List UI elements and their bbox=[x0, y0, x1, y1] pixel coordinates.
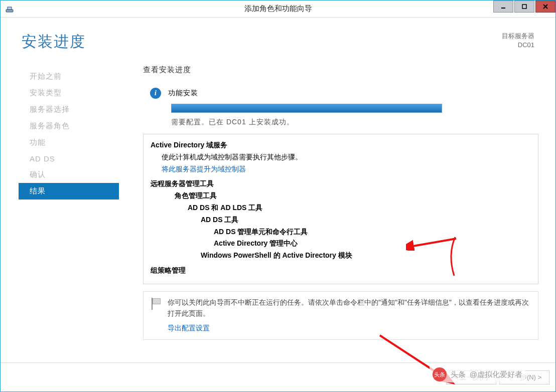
watermark: 头条 头条 @虚拟化爱好者 bbox=[430, 366, 525, 382]
install-status-row: i 功能安装 bbox=[143, 88, 538, 99]
progress-bar bbox=[171, 104, 442, 113]
step-server-selection: 服务器选择 bbox=[19, 101, 119, 118]
export-settings-link[interactable]: 导出配置设置 bbox=[168, 322, 210, 333]
result-adds-snapins: AD DS 管理单元和命令行工具 bbox=[151, 226, 531, 238]
maximize-button[interactable] bbox=[514, 1, 534, 13]
footer: < 上一步(P) 下一步(N) > 关闭 取消 头条 头条 @虚拟化爱好者 bbox=[1, 362, 555, 391]
close-button[interactable] bbox=[535, 1, 555, 13]
result-adds-lds-tools: AD DS 和 AD LDS 工具 bbox=[151, 202, 531, 214]
target-name: DC01 bbox=[502, 41, 534, 50]
target-server-info: 目标服务器 DC01 bbox=[502, 32, 534, 50]
result-adds-tools: AD DS 工具 bbox=[151, 214, 531, 226]
step-confirm: 确认 bbox=[19, 166, 119, 183]
promote-dc-link[interactable]: 将此服务器提升为域控制器 bbox=[162, 165, 246, 173]
wizard-steps-sidebar: 开始之前 安装类型 服务器选择 服务器角色 功能 AD DS 确认 结果 bbox=[19, 65, 119, 362]
result-adds-title: Active Directory 域服务 bbox=[151, 139, 531, 151]
watermark-author: @虚拟化爱好者 bbox=[470, 370, 522, 379]
watermark-prefix: 头条 bbox=[451, 370, 466, 379]
svg-rect-3 bbox=[522, 5, 526, 9]
install-label: 功能安装 bbox=[168, 89, 198, 98]
window-controls bbox=[493, 1, 555, 15]
page-title: 安装进度 bbox=[22, 32, 86, 52]
body: 开始之前 安装类型 服务器选择 服务器角色 功能 AD DS 确认 结果 查看安… bbox=[1, 55, 555, 362]
progress-wrap bbox=[143, 99, 538, 118]
install-status-text: 需要配置。已在 DC01 上安装成功。 bbox=[143, 118, 538, 127]
step-server-roles: 服务器角色 bbox=[19, 118, 119, 134]
note-box: 你可以关闭此向导而不中断正在运行的任务。请依次单击命令栏中的"通知"和"任务详细… bbox=[143, 291, 538, 340]
note-content: 你可以关闭此向导而不中断正在运行的任务。请依次单击命令栏中的"通知"和"任务详细… bbox=[168, 297, 531, 333]
result-gpm: 组策略管理 bbox=[151, 265, 531, 277]
header: 安装进度 目标服务器 DC01 bbox=[1, 18, 555, 55]
content-pane: 查看安装进度 i 功能安装 需要配置。已在 DC01 上安装成功。 Active… bbox=[119, 65, 545, 362]
step-adds: AD DS bbox=[19, 151, 119, 166]
titlebar: 添加角色和功能向导 bbox=[1, 1, 555, 18]
window-title: 添加角色和功能向导 bbox=[1, 4, 555, 14]
result-ps-module: Windows PowerShell 的 Active Directory 模块 bbox=[151, 250, 531, 262]
svg-rect-0 bbox=[6, 10, 13, 12]
step-features: 功能 bbox=[19, 134, 119, 151]
app-icon bbox=[6, 5, 14, 13]
results-box: Active Directory 域服务 使此计算机成为域控制器需要执行其他步骤… bbox=[143, 134, 538, 284]
wizard-window: 添加角色和功能向导 安装进度 目标服务器 DC01 开始之前 安装类型 服务器选… bbox=[0, 0, 556, 392]
watermark-icon: 头条 bbox=[433, 367, 447, 381]
target-label: 目标服务器 bbox=[502, 32, 534, 41]
minimize-button[interactable] bbox=[493, 1, 513, 13]
svg-rect-1 bbox=[8, 7, 12, 10]
step-results: 结果 bbox=[19, 183, 119, 200]
result-ad-admin-center: Active Directory 管理中心 bbox=[151, 238, 531, 250]
flag-icon bbox=[151, 298, 161, 310]
result-rsat-title: 远程服务器管理工具 bbox=[151, 178, 531, 190]
result-adds-desc: 使此计算机成为域控制器需要执行其他步骤。 bbox=[151, 151, 531, 163]
step-before-begin: 开始之前 bbox=[19, 68, 119, 85]
note-text: 你可以关闭此向导而不中断正在运行的任务。请依次单击命令栏中的"通知"和"任务详细… bbox=[168, 298, 529, 317]
info-icon: i bbox=[150, 88, 161, 99]
step-install-type: 安装类型 bbox=[19, 85, 119, 101]
content-heading: 查看安装进度 bbox=[143, 65, 538, 75]
result-role-tools: 角色管理工具 bbox=[151, 190, 531, 202]
